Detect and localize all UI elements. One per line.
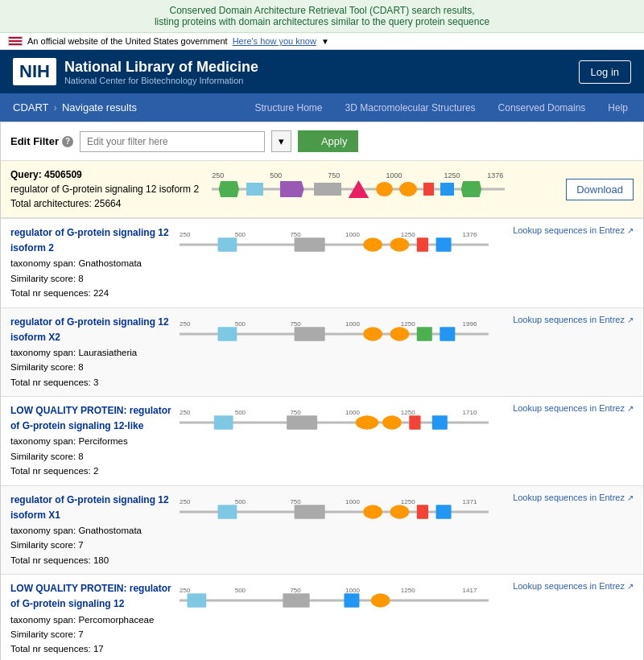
- banner-text-1: Conserved Domain Architecture Retrieval …: [8, 5, 636, 16]
- gov-bar: An official website of the United States…: [0, 33, 644, 50]
- svg-rect-59: [218, 505, 237, 518]
- svg-rect-43: [214, 415, 233, 429]
- query-architectures: Total architectures: 25664: [10, 196, 199, 211]
- svg-text:1376: 1376: [463, 231, 477, 238]
- svg-text:1250: 1250: [401, 587, 415, 594]
- apply-label: Apply: [321, 135, 348, 147]
- svg-point-81: [371, 594, 390, 608]
- result-arch: 250 500 750 1000 1250 1371: [171, 493, 513, 534]
- result-row: LOW QUALITY PROTEIN: regulator of G-prot…: [1, 397, 643, 486]
- svg-point-47: [356, 415, 379, 429]
- apply-button[interactable]: ✓ Apply: [298, 130, 359, 152]
- nih-subtitle: National Center for Biotechnology Inform…: [64, 76, 258, 85]
- svg-rect-45: [287, 415, 317, 429]
- svg-text:1000: 1000: [345, 231, 360, 238]
- nih-title: National Library of Medicine: [64, 59, 258, 76]
- svg-point-48: [382, 415, 402, 429]
- filter-input[interactable]: [80, 131, 265, 152]
- svg-text:250: 250: [180, 587, 191, 594]
- svg-rect-66: [436, 505, 452, 518]
- lookup-link[interactable]: Lookup sequences in Entrez ↗: [513, 315, 634, 324]
- lookup-link[interactable]: Lookup sequences in Entrez ↗: [513, 225, 634, 235]
- result-similarity: Similarity score: 7: [10, 627, 171, 641]
- result-row: regulator of G-protein signaling 12 isof…: [1, 308, 643, 398]
- query-id: Query: 4506509: [10, 167, 199, 182]
- svg-rect-14: [417, 237, 428, 251]
- filter-label: Edit Filter ?: [10, 135, 73, 147]
- result-total: Total nr sequences: 2: [10, 464, 171, 478]
- svg-rect-27: [295, 327, 325, 340]
- svg-point-63: [363, 505, 382, 518]
- nav-3d-structures[interactable]: 3D Macromolecular Structures: [342, 94, 479, 122]
- result-row: regulator of G-protein signaling 12 isof…: [1, 219, 643, 308]
- svg-text:500: 500: [235, 498, 246, 505]
- result-name[interactable]: regulator of G-protein signaling 12 isof…: [10, 225, 171, 256]
- result-name[interactable]: regulator of G-protein signaling 12 isof…: [10, 315, 171, 345]
- svg-text:250: 250: [180, 231, 191, 238]
- result-info: regulator of G-protein signaling 12 isof…: [10, 315, 171, 390]
- breadcrumb-cdart: CDART: [13, 101, 49, 113]
- result-name[interactable]: LOW QUALITY PROTEIN: regulator of G-prot…: [10, 403, 171, 434]
- svg-text:1710: 1710: [463, 409, 477, 416]
- svg-text:1250: 1250: [401, 498, 415, 505]
- svg-rect-8: [218, 237, 237, 251]
- svg-text:1250: 1250: [401, 231, 415, 238]
- filter-info-icon[interactable]: ?: [62, 136, 73, 147]
- svg-rect-15: [436, 237, 452, 251]
- lookup-link[interactable]: Lookup sequences in Entrez ↗: [513, 493, 634, 502]
- svg-rect-25: [218, 327, 237, 340]
- query-arch: 250 500 750 1000 1250 1376: [212, 170, 553, 208]
- svg-rect-32: [440, 327, 455, 340]
- result-arch: 250 500 750 1000 1250 1996: [171, 315, 513, 356]
- gov-link[interactable]: Here's how you know: [233, 36, 316, 46]
- nav-conserved-domains[interactable]: Conserved Domains: [495, 94, 589, 122]
- svg-text:1000: 1000: [345, 498, 360, 505]
- svg-text:1000: 1000: [345, 320, 360, 328]
- nav-structure-home[interactable]: Structure Home: [252, 94, 326, 122]
- svg-rect-78: [283, 594, 309, 608]
- filter-label-text: Edit Filter: [10, 135, 59, 147]
- breadcrumb-navigate: Navigate results: [62, 101, 137, 113]
- svg-point-12: [363, 237, 382, 251]
- lookup-link[interactable]: Lookup sequences in Entrez ↗: [513, 403, 634, 413]
- svg-text:500: 500: [235, 320, 246, 328]
- result-taxonomy: taxonomy span: Laurasiatheria: [10, 345, 171, 360]
- result-total: Total nr sequences: 17: [10, 641, 171, 656]
- svg-point-64: [390, 505, 409, 518]
- svg-rect-61: [295, 505, 325, 518]
- breadcrumb: CDART › Navigate results: [13, 93, 137, 122]
- svg-text:1250: 1250: [401, 409, 415, 416]
- filter-dropdown-button[interactable]: ▾: [271, 130, 291, 152]
- result-total: Total nr sequences: 180: [10, 553, 171, 567]
- query-info: Query: 4506509 regulator of G-protein si…: [10, 167, 199, 211]
- result-info: regulator of G-protein signaling 12 isof…: [10, 225, 171, 301]
- lookup-link[interactable]: Lookup sequences in Entrez ↗: [513, 581, 634, 591]
- nav-links: Structure Home 3D Macromolecular Structu…: [252, 94, 632, 122]
- nav-help[interactable]: Help: [605, 94, 631, 122]
- svg-text:500: 500: [235, 409, 246, 416]
- svg-text:1000: 1000: [345, 587, 360, 594]
- header: NIH National Library of Medicine Nationa…: [0, 50, 644, 93]
- login-button[interactable]: Log in: [579, 60, 631, 84]
- nih-logo: NIH: [13, 58, 56, 85]
- flag-icon: [8, 36, 23, 46]
- result-name[interactable]: regulator of G-protein signaling 12 isof…: [10, 493, 171, 523]
- svg-text:1371: 1371: [463, 498, 477, 505]
- result-taxonomy: taxonomy span: Percomorphaceae: [10, 613, 171, 627]
- result-name[interactable]: LOW QUALITY PROTEIN: regulator of G-prot…: [10, 581, 171, 612]
- result-taxonomy: taxonomy span: Gnathostomata: [10, 523, 171, 538]
- result-taxonomy: taxonomy span: Gnathostomata: [10, 256, 171, 270]
- query-name: regulator of G-protein signaling 12 isof…: [10, 182, 199, 196]
- result-similarity: Similarity score: 7: [10, 538, 171, 552]
- result-info: regulator of G-protein signaling 12 isof…: [10, 493, 171, 568]
- checkmark-icon: ✓: [309, 135, 318, 147]
- svg-point-29: [363, 327, 382, 340]
- main-content: Edit Filter ? ▾ ✓ Apply Query: 4506509 r…: [0, 122, 644, 660]
- svg-rect-80: [344, 594, 359, 608]
- nih-text: National Library of Medicine National Ce…: [64, 59, 258, 85]
- svg-text:750: 750: [290, 409, 301, 416]
- query-row: Query: 4506509 regulator of G-protein si…: [1, 161, 643, 219]
- download-button[interactable]: Download: [566, 179, 634, 200]
- svg-text:250: 250: [180, 320, 191, 328]
- result-similarity: Similarity score: 8: [10, 271, 171, 286]
